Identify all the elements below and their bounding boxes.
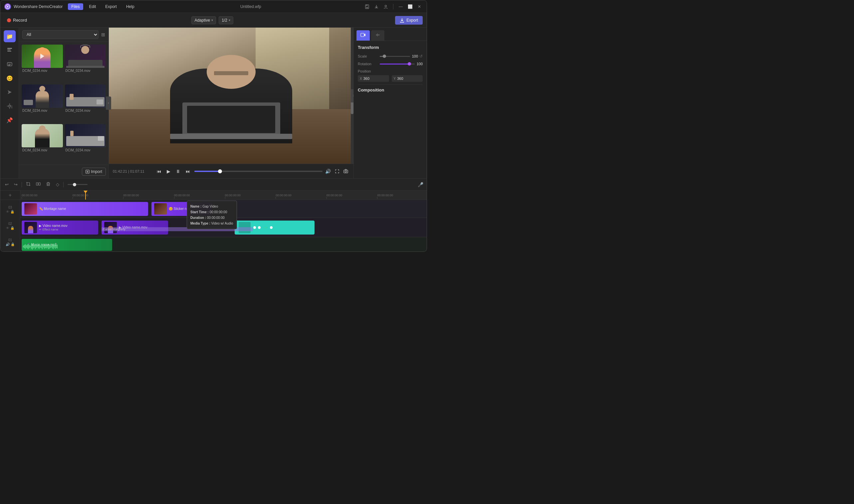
montage-clip[interactable]: ✏️ Montage name: [22, 202, 148, 216]
tab-audio[interactable]: [371, 30, 385, 41]
sidebar-item-media[interactable]: 📁: [4, 30, 16, 42]
scale-slider[interactable]: [380, 56, 410, 57]
account-icon[interactable]: [382, 3, 389, 10]
maximize-button[interactable]: ⬜: [407, 3, 413, 10]
eye-icon-03[interactable]: 👁: [6, 210, 9, 214]
menu-export[interactable]: Export: [102, 3, 120, 10]
wave-bar: [38, 245, 39, 247]
close-button[interactable]: ✕: [416, 3, 423, 10]
media-thumbnail: [22, 124, 63, 147]
svg-rect-5: [7, 48, 12, 49]
zoom-slider[interactable]: [68, 184, 88, 185]
rotation-slider[interactable]: [380, 64, 415, 65]
skip-back-button[interactable]: ⏮: [156, 167, 163, 175]
tab-video[interactable]: [356, 30, 370, 41]
position-y-field[interactable]: Y 360: [392, 75, 423, 82]
adaptive-dropdown[interactable]: Adaptive ▾: [191, 16, 216, 24]
position-xy: X 360 Y 360: [358, 75, 423, 82]
cursor-label: Cursur Margrerty: [103, 228, 125, 231]
window-controls: — ⬜ ✕: [364, 3, 423, 10]
lock-icon-03[interactable]: 🔒: [10, 210, 14, 214]
sidebar-item-annotations[interactable]: 📌: [4, 114, 16, 126]
keyframe-button[interactable]: ◇: [55, 181, 60, 188]
media-filter-select[interactable]: All Video Audio Image: [22, 30, 99, 39]
playhead[interactable]: [85, 191, 86, 200]
export-button[interactable]: Export: [395, 16, 423, 24]
wave-bar: [45, 245, 46, 247]
fullscreen-button[interactable]: [334, 168, 341, 175]
media-item[interactable]: DCIM_0234.mov: [22, 44, 63, 83]
tooltip-media-label: Media Type :: [190, 221, 210, 225]
audio-clip[interactable]: 🎵 Music name.mp3: [22, 239, 112, 251]
preview-expand-handle[interactable]: ›: [351, 89, 353, 103]
pause-button[interactable]: ⏸: [174, 167, 182, 175]
zoom-dropdown[interactable]: 1/2 ▾: [219, 16, 233, 24]
mic-button[interactable]: 🎤: [418, 182, 423, 187]
add-track-button[interactable]: +: [0, 191, 20, 200]
progress-bar[interactable]: [194, 171, 322, 172]
montage-thumbnail: [24, 203, 37, 215]
delete-button[interactable]: [45, 180, 52, 188]
volume-icon[interactable]: 🔊: [325, 169, 331, 174]
menu-help[interactable]: Help: [123, 3, 138, 10]
skip-forward-button[interactable]: ⏭: [184, 167, 192, 175]
sidebar-item-text[interactable]: [4, 44, 16, 56]
media-item[interactable]: DCIM_0234.mov: [65, 124, 106, 162]
split-button[interactable]: [35, 180, 42, 188]
lock-icon-01[interactable]: 🔒: [11, 242, 15, 246]
media-item[interactable]: DCIM_0234.mov: [65, 85, 106, 122]
import-button[interactable]: Import: [82, 168, 106, 176]
media-item-name: DCIM_0234.mov: [22, 109, 63, 112]
play-button[interactable]: ▶: [165, 167, 172, 175]
wave-bar: [28, 244, 29, 247]
wave-bar: [54, 245, 55, 247]
volume-icon-01[interactable]: 🔊: [6, 242, 10, 246]
crop-button[interactable]: [25, 180, 32, 188]
timeline-toolbar: ↩ ↪ ◇: [0, 179, 427, 191]
svg-rect-22: [39, 183, 40, 185]
progress-thumb: [218, 169, 222, 173]
zoom-control: [68, 184, 88, 185]
video1-sublabel-text: Effect name: [42, 228, 58, 231]
media-item[interactable]: DCIM_0234.mov: [65, 44, 106, 83]
undo-button[interactable]: ↩: [4, 181, 10, 188]
menu-files[interactable]: Files: [68, 3, 83, 10]
wave-bar: [46, 245, 47, 247]
sidebar-item-captions[interactable]: [4, 58, 16, 70]
grid-toggle[interactable]: ⊞: [101, 32, 105, 37]
download-icon[interactable]: [373, 3, 380, 10]
minimize-button[interactable]: —: [397, 3, 404, 10]
montage-label-text: Montage name: [44, 207, 66, 211]
svg-rect-18: [344, 170, 348, 173]
scale-reset-icon[interactable]: ↺: [419, 54, 423, 58]
media-item[interactable]: DCIM_0234.mov: [22, 124, 63, 162]
tooltip-media-value: Video w/ Audio: [211, 221, 233, 225]
eye-icon-02[interactable]: 👁: [6, 226, 9, 230]
zoom-thumb: [73, 183, 76, 186]
screenshot-button[interactable]: [342, 168, 350, 175]
save-icon[interactable]: [364, 3, 370, 10]
track-label-03: 03 👁 🔒: [0, 204, 20, 215]
lock-icon-02[interactable]: 🔒: [10, 226, 14, 230]
position-x-field[interactable]: X 360: [358, 75, 389, 82]
sidebar-item-cursor[interactable]: [4, 86, 16, 98]
total-time: 01:07:11: [130, 169, 144, 173]
timeline-tracks: ✏️ Montage name: [20, 200, 427, 252]
window-title: Untitled.wfp: [140, 4, 361, 9]
record-button[interactable]: Record: [4, 16, 30, 24]
tooltip-duration-value: 00:00:00:00: [207, 216, 225, 219]
wave-bar: [36, 245, 37, 247]
panel-collapse-handle[interactable]: ‹: [106, 96, 111, 110]
redo-button[interactable]: ↪: [13, 181, 19, 188]
title-bar: Wondershare DemoCreator Files Edit Expor…: [0, 0, 427, 13]
tl-dot-1: [253, 226, 256, 229]
menu-edit[interactable]: Edit: [86, 3, 100, 10]
ruler-mark: 00:00:00:00: [325, 194, 376, 199]
sidebar-item-effects[interactable]: ✕: [4, 100, 16, 112]
track-num-02: 02: [8, 222, 12, 226]
media-item[interactable]: DCIM_0234.mov: [22, 85, 63, 122]
sidebar-item-stickers[interactable]: 😊: [4, 72, 16, 84]
video1-clip[interactable]: ▶ Video name.mov ✏ Effect name: [22, 220, 98, 235]
track-icons-03: 👁 🔒: [6, 210, 14, 214]
position-label: Position: [358, 69, 378, 73]
